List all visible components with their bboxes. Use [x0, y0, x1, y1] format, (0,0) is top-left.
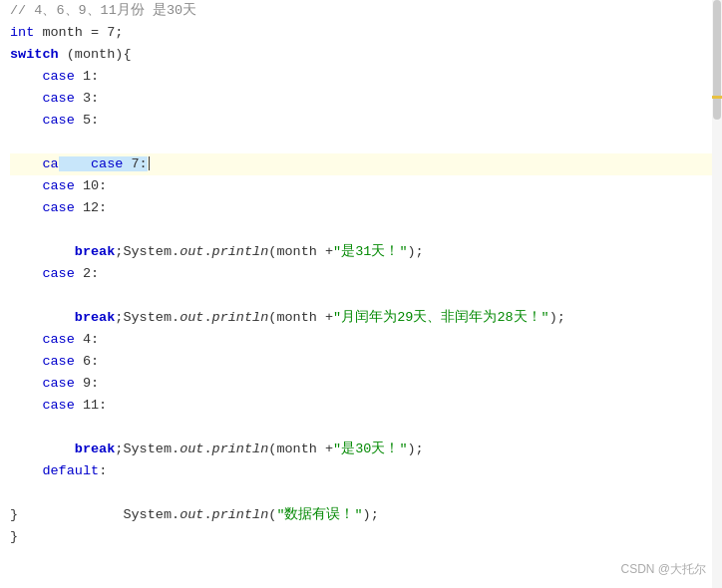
- code-line-selected: case 7:: [10, 132, 722, 153]
- code-line: case 10:: [10, 175, 722, 197]
- code-line: case 3:: [10, 88, 722, 110]
- code-line: // 4、6、9、11月份 是30天: [10, 0, 722, 22]
- editor-container: // 4、6、9、11月份 是30天 int month = 7; switch…: [0, 0, 722, 588]
- code-line: case 9:: [10, 373, 722, 395]
- code-line: case 1:: [10, 66, 722, 88]
- code-line: case 6:: [10, 351, 722, 373]
- code-line: System.out.println(month +"是31天！");: [10, 219, 722, 241]
- code-line: case 12:: [10, 197, 722, 219]
- code-line: default:: [10, 460, 722, 482]
- scrollbar[interactable]: [712, 0, 722, 588]
- code-area[interactable]: // 4、6、9、11月份 是30天 int month = 7; switch…: [0, 0, 722, 588]
- code-line: switch (month){: [10, 44, 722, 66]
- scrollbar-thumb[interactable]: [713, 0, 721, 120]
- code-line: System.out.println(month +"是30天！");: [10, 417, 722, 439]
- code-line: int month = 7;: [10, 22, 722, 44]
- code-line: case 11:: [10, 395, 722, 417]
- code-line: System.out.println("数据有误！");: [10, 482, 722, 504]
- cursor: [149, 156, 150, 170]
- code-line: System.out.println(month +"月闰年为29天、非闰年为2…: [10, 285, 722, 307]
- watermark: CSDN @大托尔: [620, 561, 706, 578]
- code-line: case 2:: [10, 263, 722, 285]
- scrollbar-marker: [712, 96, 722, 99]
- code-line: case 4:: [10, 329, 722, 351]
- code-line: }: [10, 526, 722, 548]
- code-line: case 5:: [10, 110, 722, 132]
